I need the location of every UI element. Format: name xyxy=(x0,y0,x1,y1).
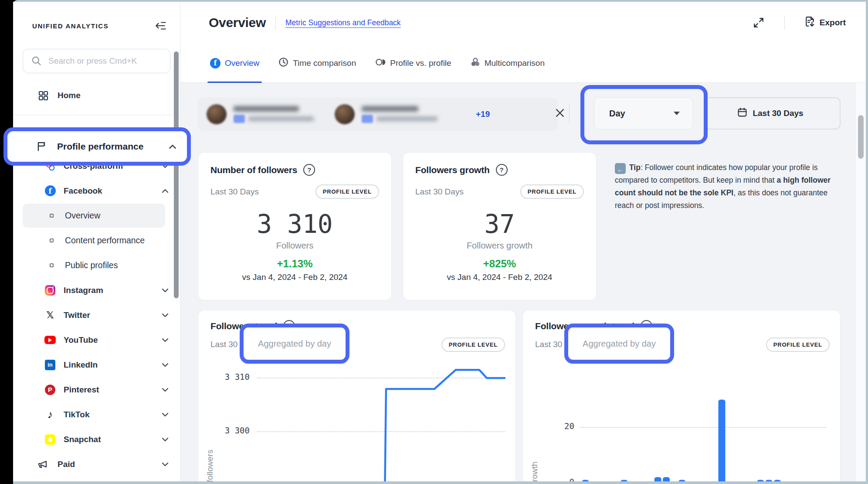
chevron-down-icon[interactable] xyxy=(162,437,169,442)
help-icon[interactable] xyxy=(303,164,315,176)
sidebar-item-facebook-overview[interactable]: Overview xyxy=(23,204,165,228)
page-header: Overview Metric Suggestions and Feedback xyxy=(180,2,866,44)
export-button[interactable]: Export xyxy=(805,16,846,30)
export-label: Export xyxy=(820,18,846,27)
tab-multicomparison[interactable]: Multicomparison xyxy=(471,44,545,82)
main-scrollbar-thumb[interactable] xyxy=(858,115,864,159)
tab-profile-vs-profile[interactable]: Profile vs. profile xyxy=(375,44,451,82)
sidebar-item-tiktok[interactable]: ♪ TikTok xyxy=(13,402,180,427)
profile-level-badge: PROFILE LEVEL xyxy=(520,184,584,199)
granularity-value: Day xyxy=(609,109,625,119)
kpi-delta: +825% xyxy=(415,258,584,270)
chevron-down-icon[interactable] xyxy=(162,288,169,293)
sidebar-item-snapchat[interactable]: Snapchat xyxy=(13,427,180,452)
kpi-unit: Followers xyxy=(210,241,379,251)
page-title: Overview xyxy=(209,15,266,30)
annotation-highlight-profile-performance: Profile performance xyxy=(3,127,191,166)
granularity-dropdown[interactable]: Day xyxy=(594,97,693,130)
sidebar: UNIFIED ANALYTICS Search or press Cmd+K xyxy=(13,2,180,481)
filter-divider xyxy=(569,105,570,124)
kpi-unit: Followers growth xyxy=(415,241,584,251)
collapse-sidebar-icon[interactable] xyxy=(155,20,167,31)
facebook-icon: f xyxy=(210,58,220,68)
chevron-down-icon[interactable] xyxy=(162,363,169,367)
date-range-button[interactable]: Last 30 Days xyxy=(700,97,841,130)
chevron-down-icon[interactable] xyxy=(162,313,169,317)
chevron-down-icon[interactable] xyxy=(162,388,169,392)
bullet-icon xyxy=(50,263,54,267)
caret-down-icon xyxy=(674,112,680,115)
chevron-down-icon[interactable] xyxy=(162,412,169,417)
snapchat-icon xyxy=(44,434,56,445)
sidebar-item-instagram[interactable]: Instagram xyxy=(13,278,180,303)
more-profiles-count[interactable]: +19 xyxy=(476,109,490,119)
chevron-down-icon[interactable] xyxy=(162,338,169,342)
followers-trend-line-chart[interactable] xyxy=(256,367,505,481)
period-label: Last 30 Days xyxy=(415,187,464,197)
y-axis-title: Followers growth xyxy=(530,461,539,481)
profile-level-badge: PROFILE LEVEL xyxy=(766,337,830,352)
sidebar-scrollbar[interactable] xyxy=(174,51,179,298)
sidebar-item-label: Overview xyxy=(65,211,100,221)
redacted-profile-text xyxy=(362,106,437,123)
sidebar-item-label: Pinterest xyxy=(64,385,99,395)
flag-icon xyxy=(36,141,47,152)
kpi-value: 3 310 xyxy=(210,209,379,239)
profile-chip-redacted[interactable] xyxy=(207,104,314,124)
search-icon xyxy=(31,55,42,67)
annotation-highlight-aggregated-by-day: Aggregated by day xyxy=(564,324,674,364)
sidebar-item-twitter[interactable]: 𝕏 Twitter xyxy=(13,303,180,327)
tiktok-icon: ♪ xyxy=(44,409,56,420)
sidebar-item-label: Facebook xyxy=(64,186,102,196)
help-icon[interactable] xyxy=(496,164,508,176)
search-input[interactable]: Search or press Cmd+K xyxy=(23,49,170,73)
chevron-up-icon[interactable] xyxy=(169,144,176,149)
expand-icon[interactable] xyxy=(753,17,764,28)
aggregation-label: Aggregated by day xyxy=(258,339,331,349)
profile-level-badge: PROFILE LEVEL xyxy=(441,337,505,352)
pinterest-icon: P xyxy=(44,384,56,395)
metric-suggestions-link[interactable]: Metric Suggestions and Feedback xyxy=(285,18,401,27)
sidebar-item-label: LinkedIn xyxy=(64,360,98,370)
card-title: Followers growth xyxy=(415,165,490,175)
profile-vs-profile-icon xyxy=(375,58,386,68)
followers-growth-bar-chart[interactable] xyxy=(580,367,828,481)
sidebar-item-facebook-public-profiles[interactable]: Public profiles xyxy=(23,253,165,277)
sidebar-item-linkedin[interactable]: in LinkedIn xyxy=(13,352,180,377)
clear-profiles-close-icon[interactable] xyxy=(554,107,566,120)
facebook-icon: f xyxy=(44,185,56,197)
period-label: Last 30 Days xyxy=(210,187,259,197)
tab-label: Time comparison xyxy=(293,58,356,68)
tab-time-comparison[interactable]: Time comparison xyxy=(278,44,356,82)
sidebar-item-label: Public profiles xyxy=(65,260,118,270)
profile-level-badge: PROFILE LEVEL xyxy=(315,184,379,199)
content-area: +19 Day Last 30 Days xyxy=(180,83,866,481)
aggregation-label: Aggregated by day xyxy=(583,339,656,349)
chevron-down-icon[interactable] xyxy=(162,462,169,467)
main-scrollbar-track[interactable] xyxy=(855,83,866,481)
y-axis-tick: 0 xyxy=(540,477,574,481)
sidebar-item-youtube[interactable]: YouTube xyxy=(13,327,180,352)
twitter-x-icon: 𝕏 xyxy=(44,310,56,321)
sidebar-item-facebook-content-performance[interactable]: Content performance xyxy=(23,228,165,252)
app-logo: UNIFIED ANALYTICS xyxy=(32,22,108,30)
sidebar-item-pinterest[interactable]: P Pinterest xyxy=(13,377,180,402)
youtube-icon xyxy=(44,334,56,346)
sidebar-item-profile-performance[interactable]: Profile performance xyxy=(57,141,143,152)
sidebar-item-home[interactable]: Home xyxy=(13,83,180,108)
selected-profiles-bar[interactable]: +19 xyxy=(198,98,558,131)
avatar xyxy=(335,104,355,124)
export-document-icon xyxy=(805,16,815,30)
sidebar-item-facebook[interactable]: f Facebook xyxy=(13,178,180,203)
kpi-delta: +1.13% xyxy=(210,258,379,270)
profile-chip-redacted[interactable] xyxy=(335,104,437,124)
search-placeholder: Search or press Cmd+K xyxy=(48,56,137,66)
annotation-highlight-day: Day xyxy=(580,85,708,144)
sidebar-item-label: Content performance xyxy=(65,235,145,245)
header-divider xyxy=(275,15,276,30)
sidebar-item-paid[interactable]: Paid xyxy=(13,452,180,477)
chevron-up-icon[interactable] xyxy=(162,189,169,193)
y-axis-title: Number of followers xyxy=(205,450,215,481)
sidebar-brand-row: UNIFIED ANALYTICS xyxy=(13,2,180,46)
tab-overview[interactable]: f Overview xyxy=(210,44,259,82)
